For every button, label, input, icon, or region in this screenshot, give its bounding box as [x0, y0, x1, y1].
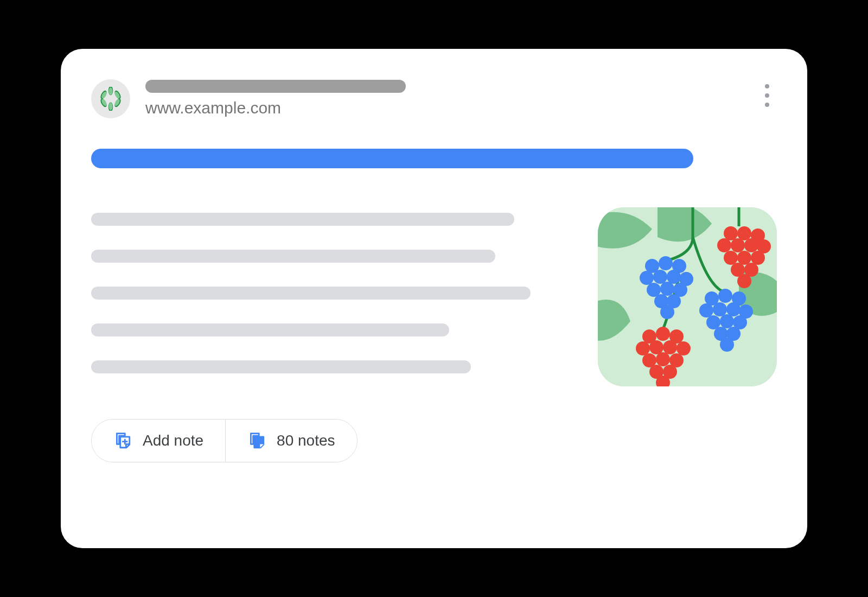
site-title-placeholder	[145, 80, 406, 93]
svg-point-34	[660, 282, 674, 296]
svg-point-20	[724, 251, 738, 265]
snippet-line	[91, 360, 471, 373]
svg-point-47	[720, 314, 734, 328]
snippet-line	[91, 323, 449, 336]
svg-point-55	[636, 341, 650, 355]
svg-point-44	[726, 302, 741, 316]
svg-point-21	[737, 251, 751, 265]
note-add-icon	[113, 431, 132, 450]
svg-point-60	[656, 352, 670, 366]
snippet-line	[91, 250, 495, 263]
svg-point-56	[649, 340, 663, 354]
notes-icon	[247, 431, 266, 450]
svg-point-14	[737, 226, 751, 240]
result-title-placeholder[interactable]	[91, 149, 693, 168]
svg-point-7	[109, 103, 113, 110]
svg-point-53	[656, 327, 670, 341]
leaf-flower-icon	[99, 87, 123, 111]
svg-point-51	[720, 338, 734, 352]
svg-point-40	[718, 289, 732, 303]
more-vertical-icon	[765, 84, 769, 88]
notes-count-label: 80 notes	[277, 432, 335, 449]
svg-point-38	[660, 305, 674, 319]
more-menu-button[interactable]	[757, 82, 777, 109]
add-note-button[interactable]: Add note	[92, 420, 225, 462]
notes-action-group: Add note 80 notes	[91, 419, 358, 462]
view-notes-button[interactable]: 80 notes	[225, 420, 356, 462]
svg-point-25	[737, 274, 751, 288]
site-favicon	[91, 79, 130, 118]
result-body	[91, 207, 777, 386]
svg-point-27	[659, 256, 673, 270]
add-note-label: Add note	[143, 432, 203, 449]
svg-point-30	[653, 270, 667, 284]
snippet-line	[91, 287, 531, 300]
svg-point-42	[699, 303, 713, 317]
search-result-card: www.example.com	[61, 49, 807, 548]
result-header: www.example.com	[91, 79, 777, 118]
svg-point-22	[751, 251, 765, 265]
site-url: www.example.com	[145, 98, 406, 118]
svg-point-57	[663, 340, 677, 354]
berries-illustration-icon	[598, 207, 777, 386]
svg-point-29	[640, 271, 654, 285]
svg-point-18	[744, 238, 758, 252]
site-info: www.example.com	[145, 80, 406, 118]
snippet-line	[91, 213, 514, 226]
svg-point-43	[713, 302, 727, 316]
svg-point-6	[109, 87, 113, 95]
svg-point-58	[676, 341, 691, 355]
result-snippet	[91, 207, 531, 373]
svg-point-17	[731, 238, 745, 252]
svg-point-16	[717, 238, 731, 252]
svg-point-31	[667, 270, 681, 284]
svg-point-13	[724, 226, 738, 240]
result-thumbnail	[598, 207, 777, 386]
